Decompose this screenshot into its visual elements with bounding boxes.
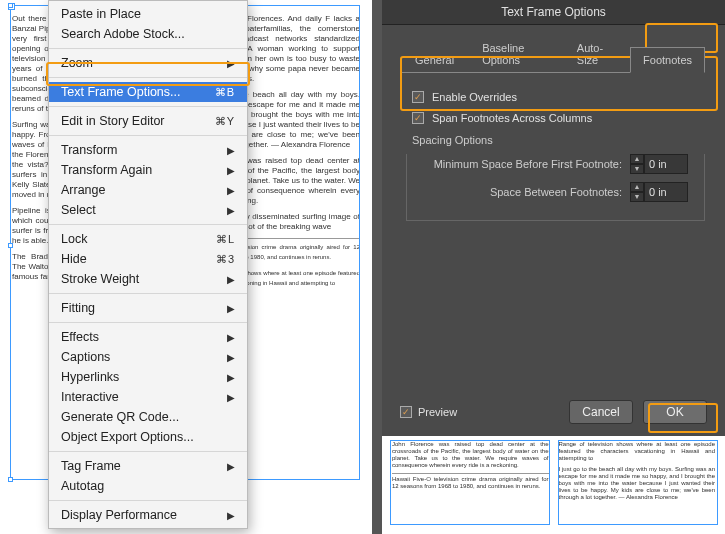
menu-paste-in-place[interactable]: Paste in Place <box>49 4 247 24</box>
menu-tag-frame[interactable]: Tag Frame▶ <box>49 456 247 476</box>
text-frame-options-dialog: Text Frame Options General Baseline Opti… <box>382 0 725 436</box>
space-between-row: Space Between Footnotes: ▲▼ <box>417 182 694 202</box>
menu-arrange[interactable]: Arrange▶ <box>49 180 247 200</box>
menu-lock[interactable]: Lock⌘L <box>49 229 247 249</box>
checkbox-enable-overrides[interactable] <box>412 91 424 103</box>
tab-auto-size[interactable]: Auto-Size <box>564 35 628 73</box>
menu-select[interactable]: Select▶ <box>49 200 247 220</box>
menu-captions[interactable]: Captions▶ <box>49 347 247 367</box>
span-footnotes-row[interactable]: Span Footnotes Across Columns <box>412 112 695 124</box>
stepper-down-icon[interactable]: ▼ <box>630 192 644 202</box>
dialog-tabs: General Baseline Options Auto-Size Footn… <box>382 25 725 73</box>
space-between-stepper[interactable]: ▲▼ <box>630 182 688 202</box>
menu-zoom[interactable]: Zoom▶ <box>49 53 247 73</box>
tab-general[interactable]: General <box>402 47 467 73</box>
stepper-down-icon[interactable]: ▼ <box>630 164 644 174</box>
pane-divider <box>372 0 382 534</box>
footnotes-panel: Enable Overrides Span Footnotes Across C… <box>382 73 725 436</box>
preview-checkbox-row[interactable]: Preview <box>400 406 457 418</box>
stepper-up-icon[interactable]: ▲ <box>630 182 644 192</box>
menu-transform[interactable]: Transform▶ <box>49 140 247 160</box>
checkbox-preview[interactable] <box>400 406 412 418</box>
menu-autotag[interactable]: Autotag <box>49 476 247 496</box>
menu-stroke-weight[interactable]: Stroke Weight▶ <box>49 269 247 289</box>
min-space-input[interactable] <box>644 154 688 174</box>
menu-edit-story-editor[interactable]: Edit in Story Editor⌘Y <box>49 111 247 131</box>
menu-object-export-options[interactable]: Object Export Options... <box>49 427 247 447</box>
menu-text-frame-options[interactable]: Text Frame Options...⌘B <box>49 82 247 102</box>
space-between-input[interactable] <box>644 182 688 202</box>
menu-hide[interactable]: Hide⌘3 <box>49 249 247 269</box>
menu-display-performance[interactable]: Display Performance▶ <box>49 505 247 525</box>
menu-effects[interactable]: Effects▶ <box>49 327 247 347</box>
submenu-arrow-icon: ▶ <box>227 58 235 69</box>
space-between-label: Space Between Footnotes: <box>490 186 622 198</box>
menu-search-adobe-stock[interactable]: Search Adobe Stock... <box>49 24 247 44</box>
context-menu: Paste in Place Search Adobe Stock... Zoo… <box>48 0 248 529</box>
min-space-label: Minimum Space Before First Footnote: <box>434 158 622 170</box>
menu-transform-again[interactable]: Transform Again▶ <box>49 160 247 180</box>
tab-footnotes[interactable]: Footnotes <box>630 47 705 73</box>
checkbox-span-footnotes[interactable] <box>412 112 424 124</box>
dialog-button-row: Preview Cancel OK <box>382 400 725 424</box>
spacing-options-heading: Spacing Options <box>412 134 695 146</box>
ok-button[interactable]: OK <box>643 400 707 424</box>
menu-hyperlinks[interactable]: Hyperlinks▶ <box>49 367 247 387</box>
enable-overrides-label: Enable Overrides <box>432 91 517 103</box>
dialog-title: Text Frame Options <box>382 0 725 25</box>
document-pane-left: Out there on the north shore of Oahu lie… <box>0 0 372 534</box>
min-space-stepper[interactable]: ▲▼ <box>630 154 688 174</box>
cancel-button[interactable]: Cancel <box>569 400 633 424</box>
menu-generate-qr[interactable]: Generate QR Code... <box>49 407 247 427</box>
dialog-pane-right: John Florence was raised top dead center… <box>382 0 725 534</box>
min-space-row: Minimum Space Before First Footnote: ▲▼ <box>417 154 694 174</box>
stepper-up-icon[interactable]: ▲ <box>630 154 644 164</box>
span-footnotes-label: Span Footnotes Across Columns <box>432 112 592 124</box>
preview-label: Preview <box>418 406 457 418</box>
tab-baseline-options[interactable]: Baseline Options <box>469 35 562 73</box>
enable-overrides-row[interactable]: Enable Overrides <box>412 91 695 103</box>
menu-interactive[interactable]: Interactive▶ <box>49 387 247 407</box>
menu-fitting[interactable]: Fitting▶ <box>49 298 247 318</box>
